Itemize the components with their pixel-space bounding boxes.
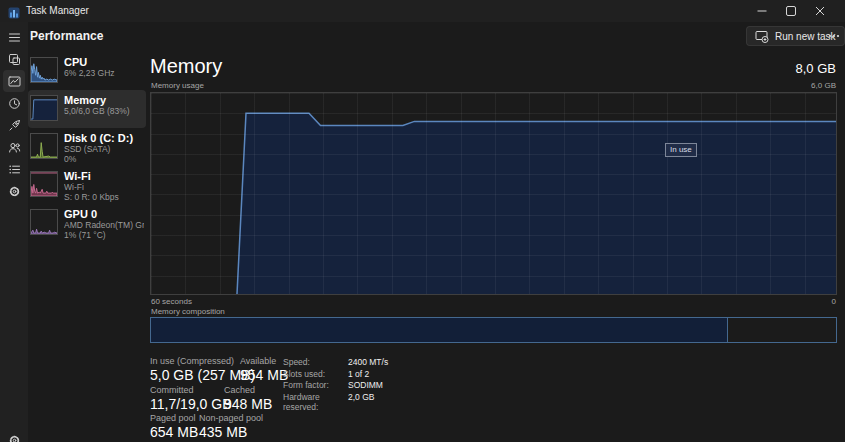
stat-label: Paged pool [150,413,198,424]
app-icon [8,5,20,17]
metric-title: Wi-Fi [64,170,144,182]
stat-value: 11,7/19,0 GB [150,396,231,412]
detail-value: SODIMM [348,380,383,392]
metric-subtitle: 6% 2,23 GHz [64,68,144,78]
metric-subtitle: 5,0/6,0 GB (83%) [64,106,144,116]
rail-item-details[interactable] [3,158,25,180]
page-title: Performance [30,29,103,43]
detail-value: 2,0 GB [348,392,374,404]
detail-row-hardware-reserved: Hardware reserved: 2,0 GB [283,392,388,404]
users-icon [8,141,21,154]
stat-available: Available 954 MB [240,356,288,383]
gpu-mini-chart [30,209,58,235]
memory-usage-label: Memory usage [151,81,204,90]
gpu-mini-chart-icon [31,210,57,234]
metric-subtitle2: S: 0 R: 0 Kbps [64,192,144,202]
metric-item-cpu[interactable]: CPU 6% 2,23 GHz [28,52,146,90]
memory-usage-area [151,113,837,295]
metric-item-wifi[interactable]: Wi-Fi Wi-Fi S: 0 R: 0 Kbps [28,166,146,204]
memory-composition-free[interactable] [728,318,836,342]
maximize-button[interactable] [776,0,805,22]
minimize-icon [756,5,768,17]
memory-total-capacity: 8,0 GB [796,61,836,76]
in-use-annotation: In use [665,143,697,157]
chart-axis-right: 0 [832,297,836,306]
stat-value: 654 MB [150,424,198,440]
memory-composition-bar [150,317,837,343]
metric-subtitle: AMD Radeon(TM) Gr... [64,220,144,230]
close-icon [814,5,826,17]
window-title: Task Manager [26,5,89,16]
detail-value: 1 of 2 [348,369,369,381]
hardware-details: Speed: 2400 MT/s Slots used: 1 of 2 Form… [283,357,388,403]
rail-item-settings[interactable] [3,429,25,442]
cpu-mini-chart [30,57,58,83]
memory-mini-chart-icon [31,96,57,120]
stat-label: Available [240,356,288,367]
chart-scale-max: 6,0 GB [811,81,836,90]
stat-non-paged-pool: Non-paged pool 435 MB [199,413,263,440]
stat-value: 954 MB [240,367,288,383]
stat-value: 435 MB [199,424,263,440]
memory-mini-chart [30,95,58,121]
detail-row-slots: Slots used: 1 of 2 [283,369,388,381]
metric-subtitle2: 1% (71 °C) [64,230,144,240]
processes-icon [8,53,21,66]
stat-cached: Cached 948 MB [224,385,272,412]
rail-item-processes[interactable] [3,48,25,70]
chart-axis-left: 60 seconds [151,297,192,306]
performance-metric-list: CPU 6% 2,23 GHz Memory 5,0/6,0 GB (83%) [28,52,146,242]
startup-apps-icon [8,119,21,132]
services-icon [8,185,21,198]
detail-row-speed: Speed: 2400 MT/s [283,357,388,369]
performance-icon [8,75,21,88]
metric-subtitle2: 0% [64,154,144,164]
metric-title: GPU 0 [64,208,144,220]
metric-item-gpu0[interactable]: GPU 0 AMD Radeon(TM) Gr... 1% (71 °C) [28,204,146,242]
close-button[interactable] [805,0,834,22]
stat-label: Committed [150,385,231,396]
maximize-icon [785,5,797,17]
wifi-mini-chart [30,171,58,197]
stat-label: Non-paged pool [199,413,263,424]
detail-label: Form factor: [283,380,348,392]
details-icon [8,163,21,176]
metric-title: Disk 0 (C: D:) [64,132,144,144]
new-task-icon [755,29,769,43]
metric-title: CPU [64,56,144,68]
settings-icon [8,434,21,442]
stat-label: Cached [224,385,272,396]
rail-item-startup-apps[interactable] [3,114,25,136]
cpu-mini-chart-icon [31,58,57,82]
more-options-button[interactable] [824,26,844,46]
rail-item-users[interactable] [3,136,25,158]
rail-item-services[interactable] [3,180,25,202]
detail-row-form-factor: Form factor: SODIMM [283,380,388,392]
metric-title: Memory [64,94,144,106]
app-history-icon [8,97,21,110]
metric-item-disk0[interactable]: Disk 0 (C: D:) SSD (SATA) 0% [28,128,146,166]
menu-button[interactable] [3,26,25,48]
task-manager-window: Task Manager [0,0,845,442]
rail-item-performance[interactable] [3,70,25,92]
stat-committed: Committed 11,7/19,0 GB [150,385,231,412]
stat-paged-pool: Paged pool 654 MB [150,413,198,440]
menu-icon [8,31,21,44]
minimize-button[interactable] [747,0,776,22]
detail-value: 2400 MT/s [348,357,388,369]
memory-composition-in-use[interactable] [151,318,728,342]
memory-panel-title: Memory [150,55,222,78]
detail-label: Speed: [283,357,348,369]
titlebar: Task Manager [0,0,845,22]
disk-mini-chart-icon [31,134,57,158]
ellipsis-icon [827,29,841,43]
metric-subtitle: SSD (SATA) [64,144,144,154]
disk-mini-chart [30,133,58,159]
memory-usage-chart: In use [150,92,837,295]
navigation-rail [0,22,28,442]
rail-item-app-history[interactable] [3,92,25,114]
detail-label: Slots used: [283,369,348,381]
metric-subtitle: Wi-Fi [64,182,144,192]
memory-composition-label: Memory composition [151,307,225,316]
metric-item-memory[interactable]: Memory 5,0/6,0 GB (83%) [28,90,146,128]
